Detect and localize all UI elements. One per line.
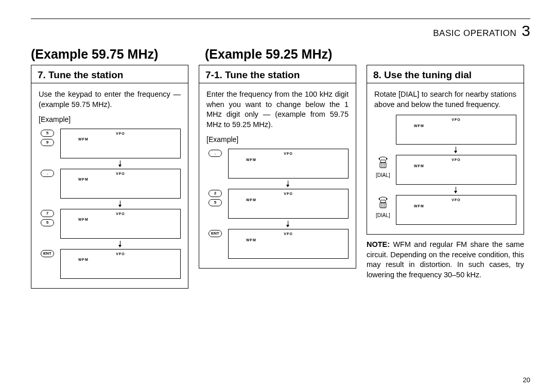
lcd-wfm-label: WFM [246, 157, 344, 162]
keypad-button: 5 [208, 199, 222, 206]
lcd-display: VFO WFM [228, 149, 349, 179]
lcd-vfo-label: VFO [401, 198, 512, 202]
step-7-1-body: Enter the frequency from the 100 kHz dig… [199, 83, 356, 268]
lcd-display: VFO WFM [396, 115, 516, 145]
step-7-title: 7. Tune the station [31, 65, 188, 83]
section-number: 3 [522, 22, 530, 40]
step-7-body: Use the keypad to enter the frequency — … [31, 83, 188, 288]
step-7-1-instruction: Enter the frequency from the 100 kHz dig… [206, 90, 349, 130]
keypad-button: . [41, 170, 54, 177]
keypad-button: 9 [41, 139, 54, 146]
keypad-button: 5 [41, 219, 54, 226]
lcd-vfo-label: VFO [233, 191, 344, 196]
display-group: ENT VFO WFM [206, 229, 349, 259]
lcd-vfo-label: VFO [233, 231, 344, 236]
header-rule [31, 19, 530, 19]
step-8-title: 8. Use the tuning dial [367, 65, 524, 83]
key-column: 2 5 [206, 189, 224, 206]
column-3: 8. Use the tuning dial Rotate [DIAL] to … [367, 65, 524, 280]
arrow-down-icon [227, 221, 349, 228]
display-group: ENT VFO WFM [39, 249, 181, 279]
keypad-button: . [208, 150, 222, 157]
arrow-down-icon [395, 187, 516, 194]
lcd-vfo-label: VFO [401, 117, 512, 122]
key-column: 5 9 [39, 129, 56, 146]
lcd-display: VFO WFM [60, 169, 181, 199]
display-group: VFO WFM [374, 115, 516, 145]
example-title-left: (Example 59.75 MHz) [31, 47, 194, 62]
lcd-wfm-label: WFM [414, 204, 512, 208]
lcd-wfm-label: WFM [78, 137, 176, 141]
lcd-wfm-label: WFM [414, 123, 512, 128]
key-column: ENT [206, 229, 224, 237]
note-label: NOTE: [367, 240, 390, 248]
arrow-down-icon [59, 161, 181, 168]
display-group: 7 5 VFO WFM [39, 209, 181, 239]
step-8-instruction: Rotate [DIAL] to search for nearby stati… [374, 90, 516, 110]
step-7-1-box: 7-1. Tune the station Enter the frequenc… [199, 65, 356, 269]
step-7-1-example-label: [Example] [206, 135, 349, 145]
lcd-wfm-label: WFM [246, 198, 344, 202]
display-group: 5 9 VFO WFM [39, 129, 181, 158]
lcd-wfm-label: WFM [78, 177, 176, 182]
keypad-button: 7 [41, 210, 54, 217]
lcd-wfm-label: WFM [78, 257, 176, 262]
arrow-down-icon [59, 241, 181, 248]
key-column: [DIAL] [374, 155, 392, 179]
lcd-vfo-label: VFO [401, 157, 512, 162]
page-header: BASIC OPERATION 3 [31, 22, 530, 40]
keypad-button: ENT [41, 250, 54, 257]
lcd-wfm-label: WFM [78, 217, 176, 222]
svg-rect-9 [380, 200, 386, 203]
lcd-display: VFO WFM [60, 129, 181, 158]
dial-icon [377, 196, 389, 209]
keypad-button: ENT [208, 230, 222, 237]
example-title-right: (Example 59.25 MHz) [205, 47, 368, 62]
key-column: ENT [39, 249, 56, 257]
step-7-1-title: 7-1. Tune the station [199, 65, 356, 83]
lcd-display: VFO WFM [60, 209, 181, 239]
key-column [374, 115, 392, 116]
step-8-box: 8. Use the tuning dial Rotate [DIAL] to … [367, 65, 524, 235]
display-group: . VFO WFM [39, 169, 181, 199]
display-group: . VFO WFM [206, 149, 349, 179]
lcd-wfm-label: WFM [414, 164, 512, 168]
step-7-instruction: Use the keypad to enter the frequency — … [39, 90, 181, 110]
lcd-vfo-label: VFO [65, 252, 176, 256]
lcd-vfo-label: VFO [233, 151, 344, 156]
lcd-display: VFO WFM [228, 229, 349, 259]
dial-label: [DIAL] [376, 212, 390, 219]
lcd-display: VFO WFM [228, 189, 349, 219]
key-column: [DIAL] [374, 195, 392, 219]
keypad-button: 2 [208, 190, 222, 197]
example-titles-row: (Example 59.75 MHz) (Example 59.25 MHz) [31, 47, 530, 62]
key-column: . [39, 169, 56, 177]
keypad-button: 5 [41, 130, 54, 137]
dial-label: [DIAL] [376, 172, 390, 179]
svg-rect-2 [380, 160, 386, 163]
step-7-example-label: [Example] [39, 115, 181, 124]
page-number: 20 [523, 376, 530, 384]
arrow-down-icon [395, 147, 516, 154]
step-7-box: 7. Tune the station Use the keypad to en… [31, 65, 188, 289]
display-group: [DIAL] VFO WFM [374, 195, 516, 225]
arrow-down-icon [59, 201, 181, 208]
lcd-display: VFO WFM [60, 249, 181, 279]
lcd-vfo-label: VFO [65, 131, 176, 136]
note-body: WFM and regular FM share the same circui… [367, 240, 524, 279]
note-text: NOTE: WFM and regular FM share the same … [367, 240, 524, 280]
display-group: 2 5 VFO WFM [206, 189, 349, 219]
section-name: BASIC OPERATION [433, 28, 516, 39]
arrow-down-icon [227, 181, 349, 188]
display-group: [DIAL] VFO WFM [374, 155, 516, 185]
column-1: 7. Tune the station Use the keypad to en… [31, 65, 188, 289]
key-column: . [206, 149, 224, 157]
step-8-body: Rotate [DIAL] to search for nearby stati… [367, 83, 524, 234]
lcd-vfo-label: VFO [65, 211, 176, 216]
lcd-wfm-label: WFM [246, 238, 344, 242]
key-column: 7 5 [39, 209, 56, 226]
lcd-display: VFO WFM [396, 195, 516, 225]
column-2: 7-1. Tune the station Enter the frequenc… [199, 65, 356, 269]
lcd-vfo-label: VFO [65, 171, 176, 176]
columns: 7. Tune the station Use the keypad to en… [31, 65, 530, 289]
